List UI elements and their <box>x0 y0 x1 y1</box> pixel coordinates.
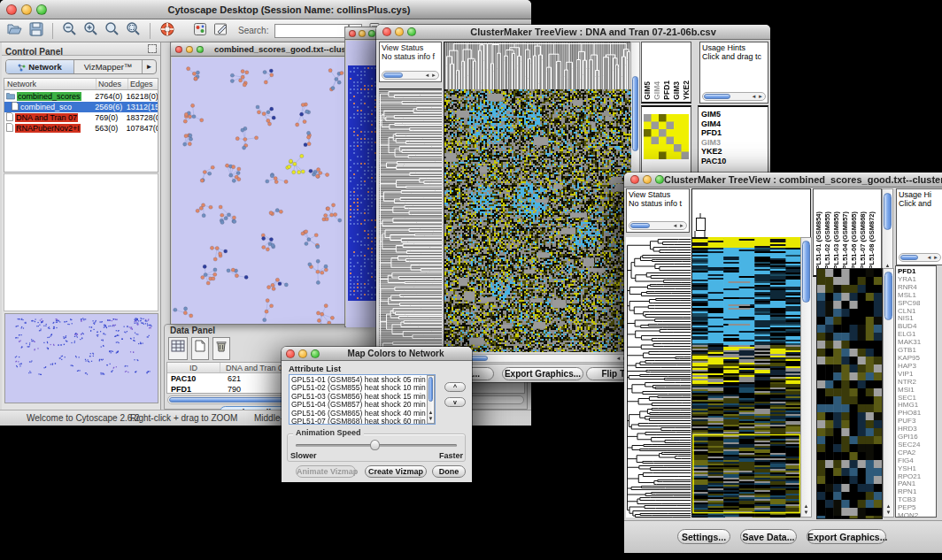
save-icon[interactable] <box>29 22 43 40</box>
tv2-zoom-vscrollbar[interactable]: ▲▼ <box>883 268 894 518</box>
gene-label[interactable]: YSH1 <box>898 465 936 473</box>
tv1-heatmap-global-view[interactable] <box>444 89 631 352</box>
gene-label[interactable]: YKE2 <box>701 147 768 157</box>
tv2-zoom-heatmap[interactable] <box>816 268 883 519</box>
gene-label[interactable]: HMG1 <box>898 402 936 410</box>
zoom-button[interactable] <box>368 30 375 37</box>
gene-label[interactable]: FIG4 <box>898 457 936 465</box>
gene-label[interactable]: GIM3 <box>701 138 768 148</box>
settings-button[interactable]: Settings... <box>677 529 730 544</box>
gene-label[interactable]: CPA2 <box>898 449 936 457</box>
tv2-heatmap-vscrollbar[interactable]: ▲▼ <box>800 237 812 518</box>
treeview2-titlebar[interactable]: ClusterMaker TreeView : combined_scores_… <box>624 173 942 188</box>
attribute-list-vscrollbar[interactable]: ▲▼ <box>427 375 435 424</box>
tv1-zoom-heatmap[interactable] <box>644 114 689 159</box>
minimize-button[interactable] <box>395 27 404 36</box>
tv1-row-dendrogram[interactable] <box>379 88 442 356</box>
treeview1-titlebar[interactable]: ClusterMaker TreeView : DNA and Tran 07-… <box>376 25 770 40</box>
gene-label[interactable]: HRD3 <box>898 426 936 433</box>
array-label[interactable]: GPL51-06 (GSM865) <box>850 211 858 274</box>
minimize-button[interactable] <box>298 349 307 358</box>
gene-label[interactable]: PEP5 <box>898 504 936 512</box>
attribute-listbox[interactable]: GPL51-01 (GSM854) heat shock 05 minGPL51… <box>289 374 436 425</box>
export-graphics-button[interactable]: Export Graphics... <box>502 367 583 380</box>
gene-label[interactable]: PUF3 <box>898 418 936 426</box>
network-row-combined-scores[interactable]: combined_scores 2764(0) 16218(0) <box>4 91 158 102</box>
gene-label[interactable]: SPC98 <box>898 300 936 308</box>
open-file-icon[interactable] <box>7 22 23 40</box>
tv2-heatmap-global-view[interactable] <box>691 237 801 518</box>
slider-thumb[interactable] <box>370 440 380 450</box>
help-lifering-icon[interactable] <box>159 21 175 41</box>
gene-label[interactable]: PAC10 <box>701 157 768 166</box>
gene-label[interactable]: HAP3 <box>898 363 936 371</box>
gene-label[interactable]: BUD4 <box>898 323 936 331</box>
zoom-button[interactable] <box>407 27 416 36</box>
birdseye-overview[interactable] <box>4 313 158 403</box>
gene-label[interactable]: RPO21 <box>898 473 936 481</box>
network-tree-area[interactable] <box>4 173 158 311</box>
tv2-column-dendrogram[interactable] <box>691 188 811 239</box>
array-label[interactable]: GPL51-07 (GSM868) <box>859 211 867 274</box>
zoom-fit-icon[interactable] <box>104 21 120 40</box>
gene-label[interactable]: RNR4 <box>898 284 936 292</box>
tv2-usage-hscrollbar[interactable]: ◄ ► <box>899 253 941 262</box>
minimize-button[interactable] <box>643 175 652 184</box>
gene-label[interactable]: MAK31 <box>898 339 936 347</box>
vizmap-snapshot-icon[interactable] <box>193 22 207 40</box>
network-row-combined-sco-selected[interactable]: combined_sco 2569(6) 13112(15) <box>4 102 158 112</box>
gene-label[interactable]: SEC24 <box>898 441 936 449</box>
annotation-icon[interactable] <box>213 22 228 40</box>
zoom-button[interactable] <box>36 4 47 15</box>
gene-label[interactable]: NIS1 <box>898 315 936 323</box>
create-vizmap-button[interactable]: Create Vizmap <box>365 465 427 478</box>
tab-overflow-arrow[interactable]: ► <box>143 60 156 73</box>
tv1-status-hscrollbar[interactable]: ◄ ► <box>382 71 439 80</box>
close-button[interactable] <box>286 349 295 358</box>
done-button[interactable]: Done <box>432 465 466 478</box>
gene-label[interactable]: PAN1 <box>898 480 936 488</box>
tab-network[interactable]: Network <box>6 60 74 73</box>
array-label[interactable]: GPL51-02 (GSM855) <box>823 211 831 274</box>
tv2-status-hscrollbar[interactable]: ◄ ► <box>629 221 687 230</box>
array-label[interactable]: GPL51-01 (GSM854) <box>815 211 822 274</box>
gene-label[interactable]: GIM4 <box>701 119 768 129</box>
gene-label[interactable]: SEC1 <box>898 395 936 403</box>
gene-label[interactable]: YRA1 <box>898 276 936 284</box>
zoom-selected-icon[interactable] <box>126 21 141 40</box>
move-up-button[interactable]: ^ <box>444 382 466 392</box>
move-down-button[interactable]: v <box>444 397 466 407</box>
gene-label[interactable]: RPN1 <box>898 488 936 496</box>
close-button[interactable] <box>349 30 356 37</box>
gene-label[interactable]: PFD1 <box>898 268 936 276</box>
array-label[interactable]: GPL51-04 (GSM857) <box>841 211 849 274</box>
array-label[interactable]: GPL51-03 (GSM856) <box>832 211 840 274</box>
tv1-column-dendrogram[interactable] <box>444 42 632 90</box>
zoom-out-icon[interactable] <box>62 21 77 40</box>
column-header-edges[interactable]: Edges <box>128 79 158 89</box>
gene-label[interactable]: GIM5 <box>701 110 768 119</box>
network-view-titlebar[interactable]: combined_scores_good.txt--cluste... <box>171 42 371 57</box>
array-label[interactable]: PFD1 <box>662 81 671 100</box>
close-button[interactable] <box>175 46 182 53</box>
gene-label[interactable]: MSL1 <box>898 292 936 300</box>
zoom-button[interactable] <box>197 46 204 53</box>
network-graph-canvas[interactable] <box>172 58 370 324</box>
animate-vizmap-button[interactable]: Animate Vizmap <box>296 465 356 478</box>
tv2-row-dendrogram[interactable] <box>626 237 691 518</box>
gene-label[interactable]: PHO81 <box>898 410 936 418</box>
animation-speed-slider[interactable] <box>296 444 457 447</box>
zoom-button[interactable] <box>311 349 320 358</box>
array-label[interactable]: GPL51-08 (GSM872) <box>868 211 876 274</box>
new-document-icon[interactable] <box>191 337 209 360</box>
gene-label[interactable]: GPI16 <box>898 433 936 441</box>
dialog-titlebar[interactable]: Map Colors to Network <box>282 347 472 361</box>
gene-label[interactable]: VIP1 <box>898 371 936 379</box>
gene-label[interactable]: MON2 <box>898 512 936 518</box>
zoom-in-icon[interactable] <box>83 21 98 40</box>
gene-label[interactable]: MSI1 <box>898 387 936 395</box>
array-label[interactable]: GIM5 <box>643 81 652 100</box>
array-label[interactable]: GIM3 <box>672 81 681 100</box>
network-row-rnapuber[interactable]: RNAPuberNov2+I 563(0) 107847(0) <box>4 123 158 134</box>
column-header-network[interactable]: Network <box>4 79 97 89</box>
